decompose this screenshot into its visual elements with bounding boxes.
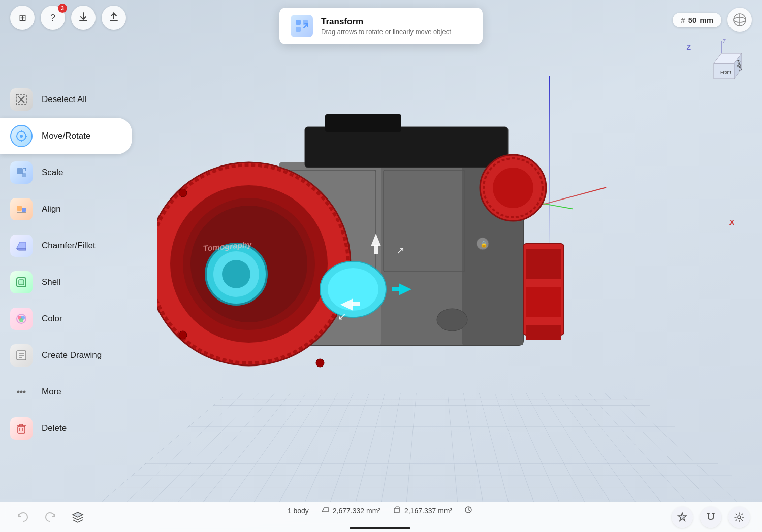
upload-icon — [108, 11, 119, 25]
svg-rect-11 — [526, 325, 561, 340]
svg-text:↙: ↙ — [338, 311, 346, 322]
render-button[interactable] — [672, 507, 693, 528]
svg-point-75 — [20, 391, 23, 393]
bottom-center-stats: 1 body 2,677.332 mm² — [288, 506, 472, 529]
svg-text:↗: ↗ — [396, 245, 405, 256]
scale-label: Scale — [42, 168, 64, 178]
svg-rect-41 — [296, 27, 301, 32]
surface-icon — [321, 506, 329, 516]
dimension-display[interactable]: # 50 mm — [673, 13, 721, 27]
sidebar-item-shell[interactable]: Shell — [0, 264, 132, 301]
body-count-stat: 1 body — [288, 507, 309, 515]
chamfer-fillet-icon — [10, 235, 33, 257]
bottom-left-controls — [12, 507, 88, 528]
color-label: Color — [42, 314, 62, 324]
download-icon — [78, 11, 89, 25]
chamfer-fillet-label: Chamfer/Fillet — [42, 241, 96, 251]
volume-stat: 2,167.337 mm³ — [393, 506, 452, 516]
volume-value: 2,167.337 mm³ — [404, 507, 452, 515]
grid-icon: ⊞ — [19, 12, 26, 23]
dimension-value: 50 — [688, 16, 697, 24]
sidebar-item-chamfer-fillet[interactable]: Chamfer/Fillet — [0, 227, 132, 264]
notification-badge: 3 — [58, 4, 67, 13]
help-icon: ? — [50, 13, 55, 23]
svg-rect-4 — [325, 114, 401, 132]
transform-tooltip: Transform Drag arrows to rotate or linea… — [279, 8, 483, 44]
sidebar-item-delete[interactable]: Delete — [0, 410, 132, 447]
hash-symbol: # — [681, 16, 685, 24]
volume-icon — [393, 506, 401, 516]
deselect-icon — [10, 88, 33, 111]
progress-bar — [350, 527, 410, 529]
color-icon — [10, 308, 33, 330]
help-button[interactable]: ? 3 — [41, 6, 65, 30]
align-label: Align — [42, 204, 61, 214]
magnet-snap-button[interactable] — [700, 507, 721, 528]
svg-point-7 — [493, 168, 533, 208]
redo-button[interactable] — [40, 507, 61, 528]
svg-point-76 — [23, 391, 26, 393]
grid-view-button[interactable]: ⊞ — [10, 6, 35, 30]
sidebar: Deselect All Move/Rotate Scale — [0, 76, 142, 452]
settings-button[interactable] — [728, 507, 750, 528]
view-cube-button[interactable] — [727, 8, 752, 32]
top-right-controls: # 50 mm — [673, 8, 752, 32]
transform-tooltip-text: Transform Drag arrows to rotate or linea… — [321, 17, 451, 36]
axis-x-label: X — [729, 218, 734, 226]
sidebar-item-scale[interactable]: Scale — [0, 154, 132, 191]
svg-rect-28 — [374, 245, 378, 254]
surface-area-stat: 2,677.332 mm² — [321, 506, 380, 516]
svg-rect-32 — [352, 302, 360, 306]
axis-z-label: Z — [686, 43, 691, 51]
layers-button[interactable] — [67, 507, 88, 528]
bottom-right-controls — [672, 507, 750, 528]
svg-rect-61 — [17, 206, 22, 211]
sidebar-item-move-rotate[interactable]: Move/Rotate — [0, 118, 132, 154]
deselect-all-label: Deselect All — [42, 94, 87, 105]
3d-model[interactable]: 🔒 — [157, 71, 564, 416]
sidebar-item-more[interactable]: More — [0, 374, 132, 410]
move-rotate-label: Move/Rotate — [42, 131, 90, 141]
svg-rect-62 — [22, 208, 26, 212]
svg-rect-9 — [526, 249, 561, 279]
svg-point-16 — [437, 309, 467, 331]
scale-icon — [10, 161, 33, 184]
svg-rect-39 — [296, 20, 301, 25]
delete-icon — [10, 417, 33, 440]
svg-rect-81 — [394, 508, 399, 513]
svg-rect-70 — [17, 351, 26, 360]
shell-label: Shell — [42, 277, 61, 287]
move-rotate-icon — [10, 125, 33, 147]
sidebar-item-color[interactable]: Color — [0, 301, 132, 337]
transform-subtitle: Drag arrows to rotate or linearly move o… — [321, 28, 451, 36]
svg-point-38 — [316, 359, 324, 367]
more-icon — [10, 381, 33, 403]
body-count-value: 1 body — [288, 507, 309, 515]
sidebar-item-create-drawing[interactable]: Create Drawing — [0, 337, 132, 374]
sidebar-item-deselect-all[interactable]: Deselect All — [0, 81, 132, 118]
svg-rect-3 — [305, 127, 508, 168]
shell-icon — [10, 271, 33, 293]
undo-button[interactable] — [12, 507, 34, 528]
svg-text:Z: Z — [723, 39, 726, 44]
svg-rect-77 — [18, 426, 25, 433]
svg-point-37 — [179, 331, 187, 339]
svg-point-69 — [19, 318, 23, 322]
bottom-bar: 1 body 2,677.332 mm² — [0, 502, 762, 532]
svg-point-56 — [20, 135, 23, 138]
svg-point-36 — [179, 189, 187, 197]
upload-button[interactable] — [102, 6, 126, 30]
view-cube[interactable]: Front Right Z — [706, 36, 752, 81]
svg-point-24 — [222, 260, 250, 288]
svg-rect-30 — [392, 287, 400, 291]
surface-area-value: 2,677.332 mm² — [333, 507, 380, 515]
transform-tooltip-icon — [291, 15, 313, 37]
dimension-unit: mm — [700, 16, 713, 24]
create-drawing-icon — [10, 344, 33, 367]
more-label: More — [42, 387, 61, 397]
svg-rect-65 — [19, 280, 24, 285]
download-button[interactable] — [71, 6, 96, 30]
svg-text:🔒: 🔒 — [480, 240, 488, 248]
svg-rect-58 — [22, 173, 26, 177]
sidebar-item-align[interactable]: Align — [0, 191, 132, 227]
